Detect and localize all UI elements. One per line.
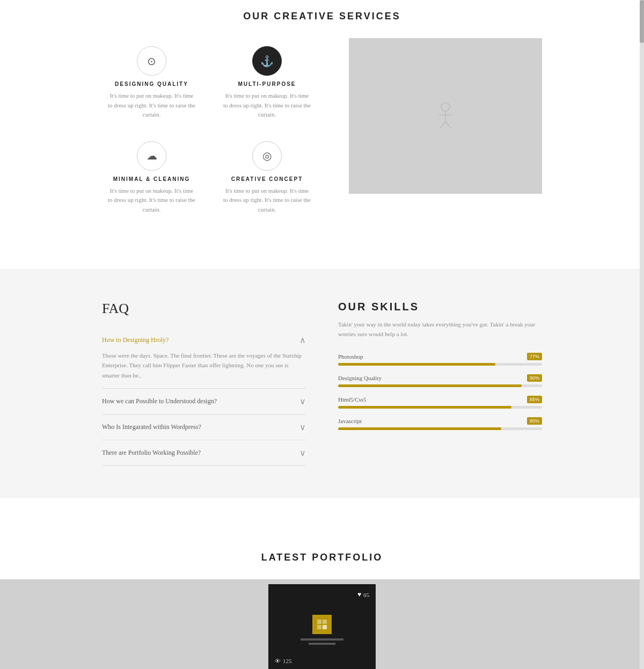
section-gap-1: [0, 242, 644, 268]
portfolio-thumb-icon: [312, 615, 332, 634]
portfolio-title-bar-long: [301, 638, 343, 641]
faq-item-faq-2: How we can Possible to Understood design…: [102, 389, 306, 415]
service-item-multi-purpose: ⚓ MULTI-PURPOSE It's time to put on make…: [217, 41, 317, 125]
faq-answer-faq-1: Those were the days. Space. The final fr…: [102, 351, 306, 381]
service-icon-designing-quality: ⊙: [137, 46, 166, 76]
faq-toggle-faq-3: ∨: [299, 422, 306, 432]
svg-rect-7: [317, 625, 321, 629]
svg-rect-8: [323, 625, 327, 629]
portfolio-views: 125: [283, 658, 292, 664]
portfolio-card-bottom: 👁 125: [275, 658, 369, 664]
portfolio-section: LATEST PORTFOLIO ♥ 65: [0, 525, 644, 669]
skill-name: Html5/Css5: [338, 396, 367, 403]
skills-list: Photoshop 77% Designing Quality 90% Html…: [338, 353, 542, 430]
eye-icon: 👁: [275, 658, 281, 664]
skill-badge: 90%: [527, 374, 542, 382]
service-title-creative-concept: CREATIVE CONCEPT: [223, 176, 311, 182]
svg-line-4: [445, 121, 451, 128]
faq-toggle-faq-2: ∨: [299, 396, 306, 406]
service-icon-creative-concept: ◎: [252, 141, 282, 171]
faq-item-faq-1: How to Designing Hroly? ∧ Those were the…: [102, 328, 306, 389]
service-desc-minimal-cleaning: It's time to put on makeup. It's time to…: [107, 186, 196, 215]
service-item-designing-quality: ⊙ DESIGNING QUALITY It's time to put on …: [102, 41, 201, 125]
faq-skills-inner: FAQ How to Designing Hroly? ∧ Those were…: [102, 301, 542, 466]
decorative-figure-icon: [429, 99, 462, 131]
portfolio-card: ♥ 65 👁 125: [268, 584, 376, 669]
skill-item-javascript: Javascript 80%: [338, 417, 542, 430]
services-title: OUR CREATIVE SERVICES: [0, 11, 644, 22]
faq-item-faq-3: Who Is Integarated within Wordpress? ∨: [102, 415, 306, 440]
services-image: [349, 38, 542, 194]
skill-item-designing-quality: Designing Quality 90%: [338, 374, 542, 387]
service-desc-creative-concept: It's time to put on makeup. It's time to…: [223, 186, 311, 215]
service-desc-multi-purpose: It's time to put on makeup. It's time to…: [223, 91, 311, 120]
service-icon-minimal-cleaning: ☁: [137, 141, 166, 171]
skill-label-row: Photoshop 77%: [338, 353, 542, 360]
skill-name: Javascript: [338, 418, 362, 424]
svg-line-3: [440, 121, 445, 128]
portfolio-title: LATEST PORTFOLIO: [0, 552, 644, 563]
portfolio-strip: ♥ 65 👁 125: [0, 579, 644, 669]
faq-list: How to Designing Hroly? ∧ Those were the…: [102, 328, 306, 466]
portfolio-title-bar-short: [309, 643, 335, 645]
skill-track: [338, 384, 542, 387]
skill-track: [338, 363, 542, 366]
skill-bar: [338, 384, 522, 387]
portfolio-card-center: [275, 615, 369, 647]
faq-question-text-faq-3: Who Is Integarated within Wordpress?: [102, 423, 201, 431]
svg-point-0: [441, 103, 450, 111]
heart-icon: ♥: [357, 591, 361, 599]
skill-track: [338, 406, 542, 409]
service-item-minimal-cleaning: ☁ MINIMAL & CLEANING It's time to put on…: [102, 136, 201, 220]
skill-badge: 80%: [527, 417, 542, 425]
faq-question-faq-3[interactable]: Who Is Integarated within Wordpress? ∨: [102, 422, 306, 432]
faq-question-faq-1[interactable]: How to Designing Hroly? ∧: [102, 335, 306, 345]
svg-rect-5: [317, 620, 321, 624]
grid-icon: [317, 619, 327, 630]
faq-title: FAQ: [102, 301, 306, 317]
faq-toggle-faq-4: ∨: [299, 448, 306, 458]
service-title-designing-quality: DESIGNING QUALITY: [107, 81, 196, 87]
svg-rect-6: [323, 620, 327, 624]
service-title-minimal-cleaning: MINIMAL & CLEANING: [107, 176, 196, 182]
skill-name: Photoshop: [338, 353, 363, 360]
skills-column: OUR SKILLS Takin' your way in the world …: [338, 301, 542, 466]
faq-question-faq-4[interactable]: There are Portfolio Working Possible? ∨: [102, 448, 306, 458]
portfolio-card-top: ♥ 65: [275, 591, 369, 599]
skill-bar: [338, 406, 511, 409]
section-gap-2: [0, 498, 644, 525]
portfolio-likes: 65: [363, 592, 369, 598]
services-grid: ⊙ DESIGNING QUALITY It's time to put on …: [102, 41, 317, 220]
skill-label-row: Designing Quality 90%: [338, 374, 542, 382]
faq-skills-section: FAQ How to Designing Hroly? ∧ Those were…: [0, 268, 644, 498]
service-icon-multi-purpose: ⚓: [252, 46, 282, 76]
skill-badge: 85%: [527, 396, 542, 403]
services-section: OUR CREATIVE SERVICES ⊙ DESIGNING QUALIT…: [0, 0, 644, 242]
skill-bar: [338, 427, 501, 430]
faq-item-faq-4: There are Portfolio Working Possible? ∨: [102, 440, 306, 466]
faq-question-faq-2[interactable]: How we can Possible to Understood design…: [102, 396, 306, 406]
skills-title: OUR SKILLS: [338, 301, 542, 313]
skill-name: Designing Quality: [338, 375, 382, 381]
scrollbar-thumb[interactable]: [640, 0, 644, 43]
skill-badge: 77%: [527, 353, 542, 360]
faq-question-text-faq-1: How to Designing Hroly?: [102, 336, 169, 344]
faq-question-text-faq-2: How we can Possible to Understood design…: [102, 397, 217, 405]
faq-column: FAQ How to Designing Hroly? ∧ Those were…: [102, 301, 306, 466]
skill-track: [338, 427, 542, 430]
faq-toggle-faq-1: ∧: [299, 335, 306, 345]
skill-bar: [338, 363, 495, 366]
skill-label-row: Html5/Css5 85%: [338, 396, 542, 403]
scrollbar[interactable]: [640, 0, 644, 669]
service-desc-designing-quality: It's time to put on makeup. It's time to…: [107, 91, 196, 120]
faq-question-text-faq-4: There are Portfolio Working Possible?: [102, 449, 201, 457]
skill-item-html5/css5: Html5/Css5 85%: [338, 396, 542, 409]
skills-intro: Takin' your way in the world today takes…: [338, 319, 542, 339]
service-item-creative-concept: ◎ CREATIVE CONCEPT It's time to put on m…: [217, 136, 317, 220]
service-title-multi-purpose: MULTI-PURPOSE: [223, 81, 311, 87]
skill-label-row: Javascript 80%: [338, 417, 542, 425]
skill-item-photoshop: Photoshop 77%: [338, 353, 542, 366]
